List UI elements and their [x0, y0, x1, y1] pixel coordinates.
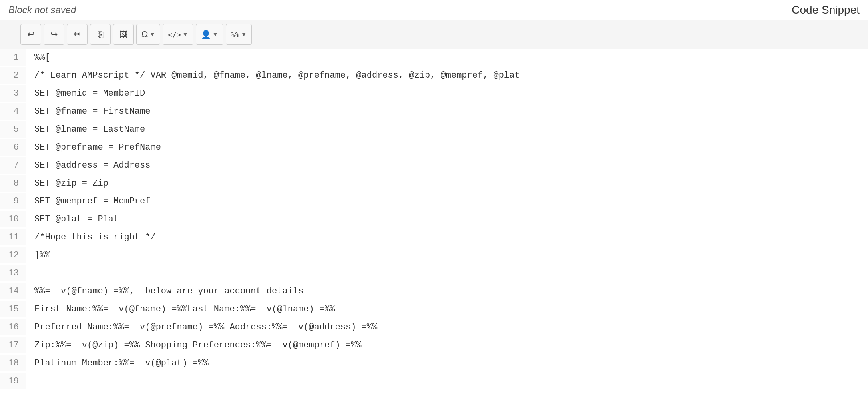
line-content-12[interactable]: ]%%: [26, 247, 868, 263]
code-snippet-label: Code Snippet: [792, 4, 860, 16]
toolbar: ▼ </> ▼ ▼ %% ▼: [0, 20, 868, 49]
line-number-8: 8: [0, 175, 26, 192]
line-content-7[interactable]: SET @address = Address: [26, 157, 868, 174]
person-dropdown-button[interactable]: ▼: [196, 24, 223, 45]
line-number-3: 3: [0, 85, 26, 102]
code-line-11: 11/*Hope this is right */: [0, 229, 868, 247]
line-number-7: 7: [0, 157, 26, 174]
line-content-8[interactable]: SET @zip = Zip: [26, 175, 868, 192]
code-line-7: 7SET @address = Address: [0, 157, 868, 175]
omega-icon: [141, 29, 148, 40]
line-content-6[interactable]: SET @prefname = PrefName: [26, 139, 868, 156]
code-dropdown-arrow: ▼: [183, 31, 188, 38]
copy-button[interactable]: [90, 24, 111, 45]
omega-dropdown-button[interactable]: ▼: [136, 24, 160, 45]
percent-dropdown-button[interactable]: %% ▼: [226, 24, 252, 45]
code-line-3: 3SET @memid = MemberID: [0, 85, 868, 103]
code-line-4: 4SET @fname = FirstName: [0, 103, 868, 121]
line-number-15: 15: [0, 301, 26, 317]
code-line-15: 15First Name:%%= v(@fname) =%%Last Name:…: [0, 301, 868, 319]
line-content-2[interactable]: /* Learn AMPscript */ VAR @memid, @fname…: [26, 67, 868, 84]
code-editor[interactable]: 1%%[2/* Learn AMPscript */ VAR @memid, @…: [0, 49, 868, 395]
line-content-5[interactable]: SET @lname = LastName: [26, 121, 868, 138]
line-content-3[interactable]: SET @memid = MemberID: [26, 85, 868, 102]
code-line-9: 9SET @mempref = MemPref: [0, 193, 868, 211]
percent-icon: %%: [231, 30, 240, 39]
code-line-13: 13: [0, 265, 868, 283]
line-number-16: 16: [0, 319, 26, 335]
line-content-19[interactable]: [26, 373, 868, 379]
copy-icon: [98, 29, 103, 40]
top-bar: Block not saved Code Snippet: [0, 0, 868, 20]
line-number-17: 17: [0, 337, 26, 353]
line-number-6: 6: [0, 139, 26, 156]
line-content-11[interactable]: /*Hope this is right */: [26, 229, 868, 245]
line-content-1[interactable]: %%[: [26, 49, 868, 66]
undo-icon: [27, 29, 34, 40]
person-icon: [201, 30, 211, 39]
line-number-19: 19: [0, 373, 26, 389]
undo-button[interactable]: [20, 24, 41, 45]
line-content-9[interactable]: SET @mempref = MemPref: [26, 193, 868, 209]
line-number-14: 14: [0, 283, 26, 299]
code-line-10: 10SET @plat = Plat: [0, 211, 868, 229]
line-content-10[interactable]: SET @plat = Plat: [26, 211, 868, 227]
main-container: Block not saved Code Snippet ▼ </> ▼ ▼: [0, 0, 868, 395]
image-icon: [119, 30, 127, 39]
line-content-4[interactable]: SET @fname = FirstName: [26, 103, 868, 120]
line-content-18[interactable]: Platinum Member:%%= v(@plat) =%%: [26, 355, 868, 371]
image-button[interactable]: [113, 24, 134, 45]
code-line-5: 5SET @lname = LastName: [0, 121, 868, 139]
line-number-2: 2: [0, 67, 26, 84]
line-content-16[interactable]: Preferred Name:%%= v(@prefname) =%% Addr…: [26, 319, 868, 335]
line-number-12: 12: [0, 247, 26, 263]
line-number-13: 13: [0, 265, 26, 281]
code-icon: </>: [168, 30, 181, 39]
line-content-14[interactable]: %%= v(@fname) =%%, below are your accoun…: [26, 283, 868, 299]
code-line-8: 8SET @zip = Zip: [0, 175, 868, 193]
redo-icon: [50, 29, 58, 40]
code-line-16: 16Preferred Name:%%= v(@prefname) =%% Ad…: [0, 319, 868, 337]
line-number-4: 4: [0, 103, 26, 120]
code-line-14: 14%%= v(@fname) =%%, below are your acco…: [0, 283, 868, 301]
line-number-5: 5: [0, 121, 26, 138]
code-line-12: 12]%%: [0, 247, 868, 265]
line-number-9: 9: [0, 193, 26, 209]
code-line-19: 19: [0, 373, 868, 391]
omega-dropdown-arrow: ▼: [149, 31, 155, 38]
line-number-18: 18: [0, 355, 26, 371]
line-content-15[interactable]: First Name:%%= v(@fname) =%%Last Name:%%…: [26, 301, 868, 317]
code-line-6: 6SET @prefname = PrefName: [0, 139, 868, 157]
code-line-2: 2/* Learn AMPscript */ VAR @memid, @fnam…: [0, 67, 868, 85]
line-content-13[interactable]: [26, 265, 868, 271]
line-number-11: 11: [0, 229, 26, 245]
code-line-17: 17Zip:%%= v(@zip) =%% Shopping Preferenc…: [0, 337, 868, 355]
redo-button[interactable]: [44, 24, 64, 45]
percent-dropdown-arrow: ▼: [241, 31, 247, 38]
line-number-1: 1: [0, 49, 26, 66]
block-not-saved-label: Block not saved: [8, 4, 76, 16]
line-number-10: 10: [0, 211, 26, 227]
person-dropdown-arrow: ▼: [213, 31, 218, 38]
cut-icon: [74, 29, 81, 40]
line-content-17[interactable]: Zip:%%= v(@zip) =%% Shopping Preferences…: [26, 337, 868, 353]
code-dropdown-button[interactable]: </> ▼: [163, 24, 193, 45]
code-line-18: 18Platinum Member:%%= v(@plat) =%%: [0, 355, 868, 373]
cut-button[interactable]: [67, 24, 88, 45]
code-line-1: 1%%[: [0, 49, 868, 67]
